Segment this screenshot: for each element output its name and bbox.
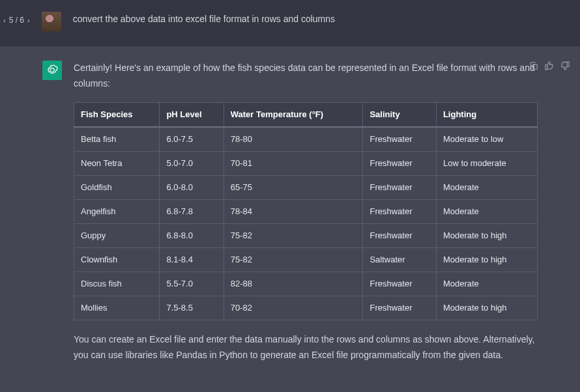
table-cell: 5.0-7.0 bbox=[160, 151, 224, 175]
thumbs-up-icon[interactable] bbox=[544, 61, 555, 71]
col-lighting: Lighting bbox=[436, 102, 537, 127]
table-cell: Moderate bbox=[436, 199, 537, 223]
table-cell: 6.0-7.5 bbox=[160, 127, 224, 152]
table-cell: Freshwater bbox=[363, 151, 436, 175]
table-cell: 6.8-8.0 bbox=[160, 224, 224, 248]
table-row: Neon Tetra5.0-7.070-81FreshwaterLow to m… bbox=[74, 151, 538, 175]
table-cell: Mollies bbox=[74, 296, 160, 320]
table-cell: Angelfish bbox=[74, 199, 160, 223]
table-cell: Moderate to high bbox=[436, 296, 537, 320]
assistant-intro-text: Certainly! Here's an example of how the … bbox=[74, 61, 538, 92]
assistant-action-bar bbox=[529, 61, 570, 71]
table-cell: 78-84 bbox=[224, 199, 363, 223]
thumbs-down-icon[interactable] bbox=[560, 61, 570, 71]
table-cell: 75-82 bbox=[224, 224, 363, 248]
col-ph-level: pH Level bbox=[160, 102, 224, 127]
table-cell: Freshwater bbox=[363, 175, 436, 199]
copy-icon[interactable] bbox=[529, 61, 539, 71]
table-cell: Moderate to low bbox=[436, 127, 537, 152]
table-cell: 70-82 bbox=[224, 296, 363, 320]
pager-label: 5 / 6 bbox=[9, 16, 24, 25]
assistant-message-body: Certainly! Here's an example of how the … bbox=[74, 61, 538, 374]
assistant-outro-text: You can create an Excel file and enter t… bbox=[74, 332, 538, 363]
openai-logo-icon bbox=[46, 64, 59, 77]
assistant-avatar bbox=[42, 61, 62, 80]
pager-prev-button[interactable]: ‹ bbox=[3, 16, 6, 24]
table-cell: Low to moderate bbox=[436, 151, 537, 175]
table-row: Mollies7.5-8.570-82FreshwaterModerate to… bbox=[74, 296, 538, 320]
user-avatar bbox=[42, 12, 61, 31]
table-cell: Moderate bbox=[436, 272, 537, 296]
table-row: Guppy6.8-8.075-82FreshwaterModerate to h… bbox=[74, 224, 538, 248]
col-water-temp: Water Temperature (°F) bbox=[224, 102, 363, 127]
table-cell: 70-81 bbox=[224, 151, 363, 175]
table-cell: 75-82 bbox=[224, 248, 363, 272]
table-cell: Betta fish bbox=[74, 127, 160, 152]
table-cell: 7.5-8.5 bbox=[160, 296, 224, 320]
table-cell: Freshwater bbox=[363, 224, 436, 248]
table-cell: Freshwater bbox=[363, 127, 436, 152]
fish-data-table: Fish Species pH Level Water Temperature … bbox=[74, 102, 538, 321]
table-cell: 8.1-8.4 bbox=[160, 248, 224, 272]
table-cell: Moderate bbox=[436, 175, 537, 199]
table-row: Betta fish6.0-7.578-80FreshwaterModerate… bbox=[74, 127, 538, 152]
table-cell: Discus fish bbox=[74, 272, 160, 296]
assistant-message-row: Certainly! Here's an example of how the … bbox=[0, 46, 580, 392]
table-row: Discus fish5.5-7.082-88FreshwaterModerat… bbox=[74, 272, 538, 296]
user-message-row: ‹ 5 / 6 › convert the above data into ex… bbox=[0, 0, 580, 46]
table-cell: Moderate to high bbox=[436, 224, 537, 248]
table-cell: 78-80 bbox=[224, 127, 363, 152]
col-fish-species: Fish Species bbox=[74, 102, 160, 127]
table-header-row: Fish Species pH Level Water Temperature … bbox=[74, 102, 538, 127]
table-row: Goldfish6.0-8.065-75FreshwaterModerate bbox=[74, 175, 538, 199]
table-cell: Freshwater bbox=[363, 199, 436, 223]
table-row: Clownfish8.1-8.475-82SaltwaterModerate t… bbox=[74, 248, 538, 272]
table-body: Betta fish6.0-7.578-80FreshwaterModerate… bbox=[74, 127, 538, 320]
col-salinity: Salinity bbox=[363, 102, 436, 127]
table-cell: Clownfish bbox=[74, 248, 160, 272]
pager-next-button[interactable]: › bbox=[27, 16, 30, 24]
table-cell: 65-75 bbox=[224, 175, 363, 199]
user-message-text: convert the above data into excel file f… bbox=[73, 12, 538, 27]
table-cell: 82-88 bbox=[224, 272, 363, 296]
table-cell: Saltwater bbox=[363, 248, 436, 272]
table-cell: Freshwater bbox=[363, 272, 436, 296]
table-cell: 6.8-7.8 bbox=[160, 199, 224, 223]
table-cell: Neon Tetra bbox=[74, 151, 160, 175]
table-cell: Guppy bbox=[74, 224, 160, 248]
table-cell: Freshwater bbox=[363, 296, 436, 320]
table-row: Angelfish6.8-7.878-84FreshwaterModerate bbox=[74, 199, 538, 223]
table-cell: 5.5-7.0 bbox=[160, 272, 224, 296]
svg-rect-0 bbox=[532, 64, 537, 69]
table-cell: Goldfish bbox=[74, 175, 160, 199]
table-cell: 6.0-8.0 bbox=[160, 175, 224, 199]
table-cell: Moderate to high bbox=[436, 248, 537, 272]
message-pager: ‹ 5 / 6 › bbox=[3, 16, 30, 25]
